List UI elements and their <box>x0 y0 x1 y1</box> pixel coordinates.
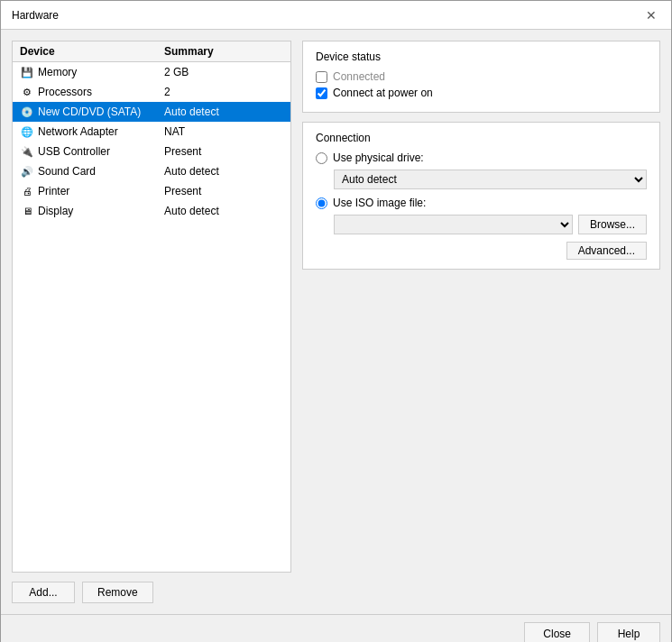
hardware-dialog: Hardware ✕ Device Summary 💾 Memory 2 GB <box>0 0 672 642</box>
right-panel: Device status Connected Connect at power… <box>302 41 660 603</box>
device-icon: 🔌 <box>20 144 34 159</box>
left-panel: Device Summary 💾 Memory 2 GB ⚙ Processor… <box>12 41 291 603</box>
table-row[interactable]: 💿 New CD/DVD (SATA) Auto detect <box>13 102 290 122</box>
device-icon: ⚙ <box>20 85 34 99</box>
physical-drive-radio[interactable] <box>316 152 327 164</box>
advanced-row: Advanced... <box>316 242 647 260</box>
connect-power-row: Connect at power on <box>316 87 647 99</box>
help-button[interactable]: Help <box>597 622 660 642</box>
device-name-text: Sound Card <box>38 165 96 178</box>
connected-label: Connected <box>333 70 385 83</box>
connect-power-label: Connect at power on <box>333 87 433 99</box>
device-icon: 🔊 <box>20 164 34 179</box>
device-summary: Auto detect <box>164 105 283 118</box>
table-row[interactable]: 🖨 Printer Present <box>13 181 290 201</box>
device-status-title: Device status <box>316 50 647 63</box>
connection-title: Connection <box>316 132 647 144</box>
table-row[interactable]: 💾 Memory 2 GB <box>13 62 290 82</box>
device-name-text: Network Adapter <box>38 125 118 138</box>
table-row[interactable]: ⚙ Processors 2 <box>13 82 290 102</box>
table-header: Device Summary <box>13 41 290 62</box>
device-icon: 🖨 <box>20 184 34 198</box>
device-icon: 🌐 <box>20 124 34 139</box>
table-row[interactable]: 🖥 Display Auto detect <box>13 201 290 221</box>
device-summary: Auto detect <box>164 165 283 178</box>
add-button[interactable]: Add... <box>12 582 75 603</box>
iso-radio[interactable] <box>316 197 327 209</box>
table-row[interactable]: 🔌 USB Controller Present <box>13 142 290 161</box>
device-status-section: Device status Connected Connect at power… <box>302 41 660 113</box>
device-summary: 2 GB <box>164 66 283 78</box>
window-content: Device Summary 💾 Memory 2 GB ⚙ Processor… <box>1 30 671 614</box>
connected-row: Connected <box>316 70 647 83</box>
device-summary: 2 <box>164 86 283 98</box>
iso-file-row: Use ISO image file: <box>316 197 647 209</box>
device-name-text: Display <box>38 205 73 217</box>
connected-checkbox[interactable] <box>316 71 327 83</box>
advanced-button[interactable]: Advanced... <box>566 242 647 260</box>
device-name-text: Printer <box>38 185 69 197</box>
connection-section: Connection Use physical drive: Auto dete… <box>302 122 660 270</box>
device-name-text: USB Controller <box>38 145 110 158</box>
device-summary: Present <box>164 185 283 197</box>
close-button[interactable]: Close <box>524 622 590 642</box>
table-body: 💾 Memory 2 GB ⚙ Processors 2 💿 New CD/DV… <box>13 62 290 221</box>
iso-label: Use ISO image file: <box>333 197 426 209</box>
device-name-text: New CD/DVD (SATA) <box>38 105 141 118</box>
physical-drive-label: Use physical drive: <box>333 151 424 164</box>
device-table: Device Summary 💾 Memory 2 GB ⚙ Processor… <box>12 41 291 573</box>
main-area: Device Summary 💾 Memory 2 GB ⚙ Processor… <box>12 41 660 603</box>
auto-detect-row: Auto detect <box>316 170 647 189</box>
table-row[interactable]: 🌐 Network Adapter NAT <box>13 122 290 142</box>
close-window-button[interactable]: ✕ <box>642 6 660 24</box>
connect-power-checkbox[interactable] <box>316 87 327 99</box>
iso-select[interactable] <box>334 215 573 234</box>
device-summary: Auto detect <box>164 205 283 217</box>
title-bar: Hardware ✕ <box>1 1 671 30</box>
device-summary: Present <box>164 145 283 158</box>
device-name-text: Memory <box>38 66 77 78</box>
browse-button[interactable]: Browse... <box>578 215 647 234</box>
footer-buttons: Close Help <box>1 614 671 642</box>
remove-button[interactable]: Remove <box>82 582 153 603</box>
window-title: Hardware <box>12 9 59 22</box>
column-summary: Summary <box>164 45 283 58</box>
device-summary: NAT <box>164 125 283 138</box>
column-device: Device <box>20 45 164 58</box>
device-name-text: Processors <box>38 86 92 98</box>
bottom-buttons: Add... Remove <box>12 582 291 603</box>
device-icon: 💾 <box>20 65 34 79</box>
device-icon: 🖥 <box>20 204 34 218</box>
physical-drive-row: Use physical drive: <box>316 151 647 164</box>
table-row[interactable]: 🔊 Sound Card Auto detect <box>13 161 290 181</box>
auto-detect-select[interactable]: Auto detect <box>334 170 647 189</box>
iso-select-row: Browse... <box>316 215 647 234</box>
device-icon: 💿 <box>20 105 34 119</box>
